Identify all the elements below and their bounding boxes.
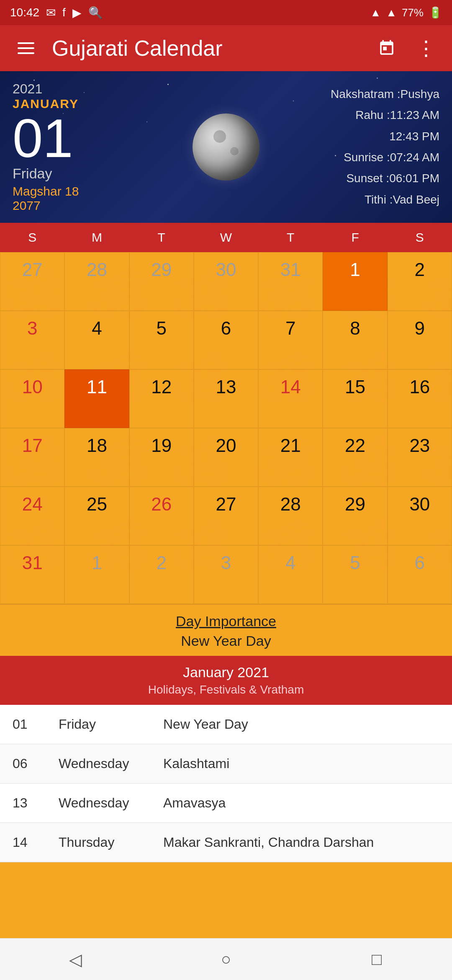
weekday-header-M: M — [64, 223, 129, 252]
tithi-info: Tithi :Vad Beej — [226, 189, 439, 210]
cal-day-18[interactable]: 18 — [64, 428, 129, 487]
cal-day-6[interactable]: 6 — [194, 311, 258, 369]
holiday-weekday-1: Friday — [59, 717, 151, 732]
cal-day-1[interactable]: 1 — [323, 252, 387, 311]
youtube-icon: ▶ — [72, 6, 82, 20]
cal-day-3-next[interactable]: 3 — [194, 545, 258, 604]
calendar-grid: 27 28 29 30 31 1 2 3 4 5 6 7 8 9 10 11 1… — [0, 252, 452, 604]
facebook-icon: f — [62, 6, 66, 19]
holiday-row-3[interactable]: 13 Wednesday Amavasya — [0, 784, 452, 823]
cal-day-21[interactable]: 21 — [258, 428, 323, 487]
cal-day-10[interactable]: 10 — [0, 369, 64, 428]
calendar-icon-button[interactable] — [373, 35, 400, 62]
day-importance-value: New Year Day — [0, 633, 452, 649]
home-button[interactable]: ○ — [201, 943, 251, 976]
navigation-bar: ◁ ○ □ — [0, 938, 452, 980]
holiday-weekday-3: Wednesday — [59, 795, 151, 811]
more-icon: ⋮ — [416, 36, 436, 60]
cal-day-2[interactable]: 2 — [388, 252, 452, 311]
cal-day-31-prev[interactable]: 31 — [258, 252, 323, 311]
holiday-list: 01 Friday New Year Day 06 Wednesday Kala… — [0, 705, 452, 862]
weekday-header-T1: T — [129, 223, 194, 252]
battery-text: 77% — [402, 6, 424, 19]
weekday-header-T2: T — [258, 223, 323, 252]
cal-day-6-next[interactable]: 6 — [388, 545, 452, 604]
day-importance-section: Day Importance New Year Day — [0, 604, 452, 656]
cal-day-4-next[interactable]: 4 — [258, 545, 323, 604]
holiday-date-1: 01 — [13, 717, 46, 732]
holiday-name-2: Kalashtami — [163, 756, 439, 771]
back-button[interactable]: ◁ — [50, 943, 100, 976]
time: 10:42 — [10, 6, 39, 19]
cal-day-9[interactable]: 9 — [388, 311, 452, 369]
cal-day-29-prev[interactable]: 29 — [129, 252, 194, 311]
message-icon: ✉ — [46, 6, 56, 20]
calendar-icon — [378, 39, 396, 57]
cal-day-13[interactable]: 13 — [194, 369, 258, 428]
cal-day-3[interactable]: 3 — [0, 311, 64, 369]
moon-container — [184, 105, 268, 189]
wifi-icon: ▲ — [370, 6, 381, 19]
recent-icon: □ — [372, 950, 382, 969]
cal-day-1-next[interactable]: 1 — [64, 545, 129, 604]
cal-day-31[interactable]: 31 — [0, 545, 64, 604]
cal-day-12[interactable]: 12 — [129, 369, 194, 428]
holiday-date-3: 13 — [13, 795, 46, 811]
cal-day-17[interactable]: 17 — [0, 428, 64, 487]
nakshatram-info: Nakshatram :Pushya — [226, 84, 439, 105]
cal-day-7[interactable]: 7 — [258, 311, 323, 369]
hamburger-menu-button[interactable] — [13, 35, 39, 62]
recent-apps-button[interactable]: □ — [352, 943, 402, 976]
home-icon: ○ — [221, 950, 231, 969]
cal-day-2-next[interactable]: 2 — [129, 545, 194, 604]
holiday-weekday-2: Wednesday — [59, 756, 151, 771]
holidays-header: January 2021 Holidays, Festivals & Vrath… — [0, 656, 452, 705]
cal-day-4[interactable]: 4 — [64, 311, 129, 369]
more-options-button[interactable]: ⋮ — [413, 35, 439, 62]
cal-day-27-prev[interactable]: 27 — [0, 252, 64, 311]
cal-day-11[interactable]: 11 — [64, 369, 129, 428]
holiday-weekday-4: Thursday — [59, 835, 151, 850]
back-icon: ◁ — [69, 950, 82, 969]
holiday-name-3: Amavasya — [163, 795, 439, 811]
holidays-month-title: January 2021 — [13, 664, 439, 681]
battery-icon: 🔋 — [429, 6, 442, 19]
cal-day-22[interactable]: 22 — [323, 428, 387, 487]
weekday-header-F: F — [323, 223, 387, 252]
cal-day-28-prev[interactable]: 28 — [64, 252, 129, 311]
header-gujarati-year: 2077 — [13, 199, 226, 213]
weekday-header-W: W — [194, 223, 258, 252]
holiday-row-1[interactable]: 01 Friday New Year Day — [0, 705, 452, 744]
app-bar-icons: ⋮ — [373, 35, 439, 62]
holiday-name-4: Makar Sankranti, Chandra Darshan — [163, 835, 439, 850]
cal-day-25[interactable]: 25 — [64, 487, 129, 545]
cal-day-15[interactable]: 15 — [323, 369, 387, 428]
cal-day-23[interactable]: 23 — [388, 428, 452, 487]
holidays-subtitle: Holidays, Festivals & Vratham — [13, 683, 439, 696]
status-right: ▲ ▲ 77% 🔋 — [370, 6, 442, 19]
cal-day-30-prev[interactable]: 30 — [194, 252, 258, 311]
cal-day-14[interactable]: 14 — [258, 369, 323, 428]
holiday-row-2[interactable]: 06 Wednesday Kalashtami — [0, 744, 452, 784]
cal-day-5-next[interactable]: 5 — [323, 545, 387, 604]
holiday-date-4: 14 — [13, 835, 46, 850]
cal-day-19[interactable]: 19 — [129, 428, 194, 487]
holiday-row-4[interactable]: 14 Thursday Makar Sankranti, Chandra Dar… — [0, 823, 452, 862]
cal-day-8[interactable]: 8 — [323, 311, 387, 369]
cal-day-28[interactable]: 28 — [258, 487, 323, 545]
cal-day-24[interactable]: 24 — [0, 487, 64, 545]
cal-day-26[interactable]: 26 — [129, 487, 194, 545]
header-year: 2021 — [13, 81, 226, 97]
day-importance-title: Day Importance — [0, 613, 452, 629]
cal-day-30[interactable]: 30 — [388, 487, 452, 545]
status-left: 10:42 ✉ f ▶ 🔍 — [10, 6, 103, 20]
hamburger-icon — [18, 42, 34, 54]
cal-day-27[interactable]: 27 — [194, 487, 258, 545]
cal-day-29[interactable]: 29 — [323, 487, 387, 545]
holiday-date-2: 06 — [13, 756, 46, 771]
cal-day-20[interactable]: 20 — [194, 428, 258, 487]
cal-day-5[interactable]: 5 — [129, 311, 194, 369]
moon-image — [193, 113, 259, 181]
cal-day-16[interactable]: 16 — [388, 369, 452, 428]
calendar-weekday-headers: S M T W T F S — [0, 223, 452, 252]
